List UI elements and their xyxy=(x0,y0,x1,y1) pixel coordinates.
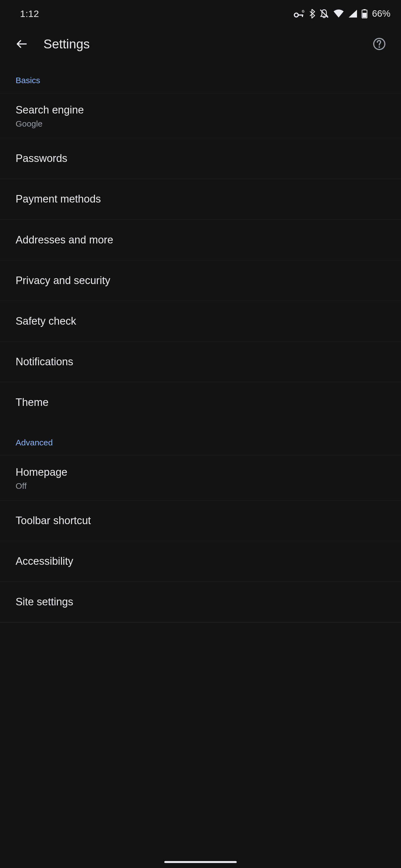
item-passwords[interactable]: Passwords xyxy=(0,138,401,179)
item-title: Privacy and security xyxy=(16,273,385,288)
item-theme[interactable]: Theme xyxy=(0,382,401,423)
item-subtitle: Google xyxy=(16,119,385,128)
home-indicator[interactable] xyxy=(164,861,237,863)
help-button[interactable] xyxy=(369,34,389,54)
status-time: 1:12 xyxy=(20,8,39,19)
status-bar: 1:12 G xyxy=(0,0,401,27)
item-title: Safety check xyxy=(16,314,385,329)
item-payment-methods[interactable]: Payment methods xyxy=(0,179,401,219)
section-header-advanced: Advanced xyxy=(0,423,401,455)
item-privacy-and-security[interactable]: Privacy and security xyxy=(0,260,401,301)
status-icons: G xyxy=(293,8,391,19)
item-title: Theme xyxy=(16,395,385,410)
app-bar: Settings xyxy=(0,27,401,61)
vpn-key-icon: G xyxy=(293,9,305,18)
item-accessibility[interactable]: Accessibility xyxy=(0,541,401,582)
arrow-left-icon xyxy=(15,37,28,51)
svg-point-0 xyxy=(294,13,298,17)
help-icon xyxy=(373,37,386,51)
section-advanced: Homepage Off Toolbar shortcut Accessibil… xyxy=(0,455,401,623)
item-search-engine[interactable]: Search engine Google xyxy=(0,93,401,138)
svg-rect-2 xyxy=(302,14,303,17)
item-title: Site settings xyxy=(16,594,385,609)
item-title: Addresses and more xyxy=(16,232,385,247)
item-addresses-and-more[interactable]: Addresses and more xyxy=(0,220,401,260)
item-subtitle: Off xyxy=(16,481,385,491)
section-basics: Search engine Google Passwords Payment m… xyxy=(0,93,401,423)
svg-rect-6 xyxy=(364,9,366,10)
battery-percentage: 66% xyxy=(372,8,391,19)
item-notifications[interactable]: Notifications xyxy=(0,342,401,382)
item-title: Search engine xyxy=(16,103,385,117)
back-button[interactable] xyxy=(12,34,32,54)
item-title: Accessibility xyxy=(16,554,385,569)
cell-signal-icon xyxy=(348,9,357,18)
svg-point-9 xyxy=(378,46,380,48)
item-title: Homepage xyxy=(16,465,385,479)
bluetooth-icon xyxy=(309,9,315,19)
item-homepage[interactable]: Homepage Off xyxy=(0,456,401,500)
item-title: Notifications xyxy=(16,354,385,369)
dnd-off-icon xyxy=(319,9,329,19)
item-title: Passwords xyxy=(16,151,385,166)
item-title: Payment methods xyxy=(16,192,385,207)
item-safety-check[interactable]: Safety check xyxy=(0,301,401,342)
section-header-basics: Basics xyxy=(0,61,401,93)
item-title: Toolbar shortcut xyxy=(16,513,385,528)
battery-icon xyxy=(362,9,368,18)
svg-rect-7 xyxy=(363,13,367,18)
page-title: Settings xyxy=(44,36,369,52)
svg-text:G: G xyxy=(302,9,304,13)
item-toolbar-shortcut[interactable]: Toolbar shortcut xyxy=(0,500,401,541)
item-site-settings[interactable]: Site settings xyxy=(0,582,401,623)
wifi-icon xyxy=(333,9,344,18)
